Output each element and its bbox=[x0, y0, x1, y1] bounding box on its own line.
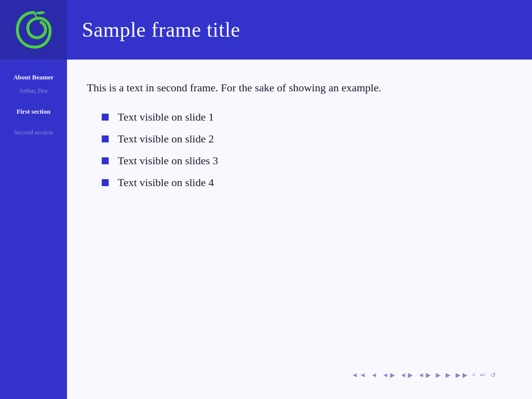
bullet-text-2: Text visible on slide 2 bbox=[118, 133, 214, 145]
footer-nav: ◄ ◄ ◄ ◄ ▶ ◄ ▶ ◄ ▶ ▶ ▶ ▶ ▶ ≡ ↩ ↺ bbox=[87, 366, 507, 384]
nav-next-icon[interactable]: ▶ bbox=[444, 370, 452, 380]
list-item: Text visible on slide 2 bbox=[87, 133, 507, 145]
nav-prev-icon[interactable]: ◄ bbox=[369, 370, 379, 380]
sidebar-item-first[interactable]: First section bbox=[0, 104, 67, 120]
bullet-text-1: Text visible on slide 1 bbox=[118, 111, 214, 124]
bullet-list: Text visible on slide 1 Text visible on … bbox=[87, 111, 507, 189]
header-title-area: Sample frame title bbox=[67, 18, 532, 42]
sidebar-item-second[interactable]: Second section bbox=[0, 125, 67, 140]
nav-next-next-icon[interactable]: ▶ ▶ bbox=[454, 370, 468, 380]
bullet-square-icon bbox=[102, 157, 109, 164]
nav-redo-icon[interactable]: ↺ bbox=[489, 370, 497, 380]
bullet-square-icon bbox=[102, 179, 109, 186]
nav-subsection-prev-icon[interactable]: ◄ ▶ bbox=[416, 370, 432, 380]
content-body: This is a text in second frame. For the … bbox=[87, 79, 507, 366]
nav-section-next-icon[interactable]: ◄ ▶ bbox=[399, 370, 414, 380]
content-paragraph: This is a text in second frame. For the … bbox=[87, 79, 507, 96]
nav-prev-prev-icon[interactable]: ◄ ◄ bbox=[350, 370, 367, 380]
sidebar-section-second: Second section bbox=[0, 125, 67, 140]
beamer-logo-icon bbox=[11, 7, 56, 52]
logo-area bbox=[0, 0, 67, 60]
sidebar: About Beamer Arthur, Doe First section S… bbox=[0, 60, 67, 399]
nav-divider: ≡ bbox=[471, 371, 476, 379]
list-item: Text visible on slide 4 bbox=[87, 176, 507, 189]
sidebar-section-first: First section bbox=[0, 104, 67, 120]
nav-icons-group: ◄ ◄ ◄ ◄ ▶ ◄ ▶ ◄ ▶ ▶ ▶ ▶ ▶ ≡ ↩ ↺ bbox=[350, 370, 497, 380]
nav-subsection-next-icon[interactable]: ▶ bbox=[434, 370, 442, 380]
sidebar-item-about[interactable]: About Beamer bbox=[0, 69, 67, 85]
bullet-text-3: Text visible on slides 3 bbox=[118, 154, 218, 167]
sidebar-section-about: About Beamer Arthur, Doe bbox=[0, 69, 67, 99]
bullet-text-4: Text visible on slide 4 bbox=[118, 176, 214, 189]
list-item: Text visible on slides 3 bbox=[87, 154, 507, 167]
list-item: Text visible on slide 1 bbox=[87, 111, 507, 124]
content-area: This is a text in second frame. For the … bbox=[67, 60, 532, 399]
slide-title: Sample frame title bbox=[82, 18, 517, 42]
slide-container: Sample frame title About Beamer Arthur, … bbox=[0, 0, 532, 399]
header: Sample frame title bbox=[0, 0, 532, 60]
bullet-square-icon bbox=[102, 114, 109, 121]
nav-section-prev-icon[interactable]: ◄ ▶ bbox=[381, 370, 397, 380]
sidebar-sublabel-arthur: Arthur, Doe bbox=[0, 85, 67, 99]
nav-undo-icon[interactable]: ↩ bbox=[478, 370, 487, 380]
main-area: About Beamer Arthur, Doe First section S… bbox=[0, 60, 532, 399]
bullet-square-icon bbox=[102, 135, 109, 142]
